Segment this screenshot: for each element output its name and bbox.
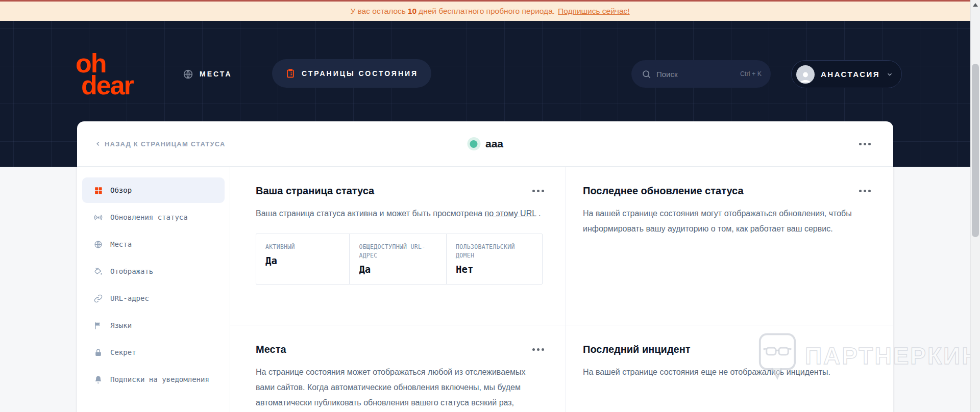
section-menu-button[interactable] bbox=[532, 348, 544, 351]
lock-icon bbox=[93, 348, 103, 357]
section-menu-button[interactable] bbox=[532, 190, 544, 192]
status-stats-table: АКТИВНЫЙ Да ОБЩЕДОСТУПНЫЙ URL-АДРЕС Да П… bbox=[256, 234, 543, 285]
search-icon bbox=[642, 69, 651, 79]
back-to-status-pages-link[interactable]: НАЗАД К СТРАНИЦАМ СТАТУСА bbox=[94, 140, 226, 148]
sidebar-item-label: Языки bbox=[110, 321, 132, 329]
sidebar-item-label: Обзор bbox=[110, 186, 132, 194]
chevron-down-icon bbox=[886, 71, 893, 78]
stat-label: АКТИВНЫЙ bbox=[265, 243, 340, 251]
sidebar-item-overview[interactable]: Обзор bbox=[82, 177, 225, 203]
sidebar-item-label: Секрет bbox=[110, 348, 136, 356]
logo-line-2: dear bbox=[76, 74, 133, 96]
bell-icon bbox=[93, 375, 103, 384]
sidebar-item-label: Обновления статуса bbox=[110, 213, 188, 221]
card-menu-button[interactable] bbox=[859, 143, 871, 145]
overview-content: Ваша страница статуса Ваша страница стат… bbox=[230, 167, 893, 412]
sidebar-item-label: Подписки на уведомления bbox=[110, 375, 209, 383]
sidebar-item-display[interactable]: Отображать bbox=[82, 259, 225, 284]
section-body: На странице состояния может отображаться… bbox=[256, 365, 544, 410]
card-body: Обзор Обновления статуса Места bbox=[77, 167, 893, 412]
page-title: aaa bbox=[467, 137, 503, 150]
globe-icon bbox=[183, 69, 193, 80]
status-online-icon bbox=[467, 137, 480, 150]
stat-label: ПОЛЬЗОВАТЕЛЬСКИЙ ДОМЕН bbox=[456, 243, 533, 260]
stat-value: Нет bbox=[456, 264, 533, 275]
section-body: На вашей странице состояния могут отобра… bbox=[583, 206, 871, 237]
stat-public-url: ОБЩЕДОСТУПНЫЙ URL-АДРЕС Да bbox=[349, 234, 446, 284]
section-title: Последний инцидент bbox=[583, 344, 691, 355]
stat-custom-domain: ПОЛЬЗОВАТЕЛЬСКИЙ ДОМЕН Нет bbox=[446, 234, 542, 284]
link-icon bbox=[93, 294, 103, 303]
paint-icon bbox=[93, 267, 103, 276]
trial-days: 10 bbox=[408, 7, 416, 16]
broadcast-icon bbox=[93, 213, 103, 222]
your-status-page-section: Ваша страница статуса Ваша страница стат… bbox=[230, 167, 566, 325]
search-box[interactable]: Ctrl + K bbox=[631, 60, 771, 88]
page-title-text: aaa bbox=[485, 138, 503, 150]
chevron-left-icon bbox=[94, 140, 102, 147]
search-input[interactable] bbox=[656, 70, 728, 79]
sidebar: Обзор Обновления статуса Места bbox=[77, 167, 230, 412]
stat-value: Да bbox=[359, 264, 437, 275]
ohdear-logo[interactable]: oh dear bbox=[76, 53, 133, 96]
search-shortcut: Ctrl + K bbox=[740, 70, 762, 78]
sidebar-item-languages[interactable]: Языки bbox=[82, 313, 225, 338]
sidebar-item-notification-subscriptions[interactable]: Подписки на уведомления bbox=[82, 367, 225, 392]
avatar bbox=[796, 65, 815, 84]
grid-icon bbox=[93, 186, 103, 195]
scrollbar-thumb[interactable] bbox=[972, 64, 979, 237]
sidebar-item-secret[interactable]: Секрет bbox=[82, 340, 225, 365]
last-incident-section: Последний инцидент На вашей странице сос… bbox=[566, 325, 893, 412]
section-title: Последнее обновление статуса bbox=[583, 185, 744, 197]
section-body: На вашей странице состояния еще не отобр… bbox=[583, 365, 871, 380]
trial-text: У вас осталось bbox=[350, 7, 405, 16]
section-title: Ваша страница статуса bbox=[256, 185, 374, 197]
nav-status-pages[interactable]: СТРАНИЦЫ СОСТОЯНИЯ bbox=[272, 59, 431, 88]
vertical-scrollbar[interactable] bbox=[970, 0, 980, 412]
section-title: Места bbox=[256, 344, 286, 355]
scroll-up-arrow[interactable] bbox=[973, 3, 978, 7]
last-status-update-section: Последнее обновление статуса На вашей ст… bbox=[566, 167, 893, 325]
nav-sites[interactable]: МЕСТА bbox=[183, 60, 232, 88]
card-header: НАЗАД К СТРАНИЦАМ СТАТУСА aaa bbox=[77, 121, 893, 167]
section-body: Ваша страница статуса активна и может бы… bbox=[256, 206, 544, 221]
stat-value: Да bbox=[265, 255, 340, 266]
subscribe-link[interactable]: Подпишись сейчас! bbox=[558, 7, 630, 16]
stat-active: АКТИВНЫЙ Да bbox=[256, 234, 349, 284]
sites-section: Места На странице состояния может отобра… bbox=[230, 325, 566, 412]
section-menu-button[interactable] bbox=[859, 190, 871, 192]
user-menu[interactable]: АНАСТАСИЯ bbox=[791, 60, 902, 88]
flag-icon bbox=[93, 321, 103, 330]
sidebar-item-label: URL-адрес bbox=[110, 294, 149, 302]
trial-banner: У вас осталось 10 дней бесплатного пробн… bbox=[0, 0, 980, 21]
globe-icon bbox=[93, 240, 103, 249]
nav-status-pages-label: СТРАНИЦЫ СОСТОЯНИЯ bbox=[302, 69, 418, 78]
stat-label: ОБЩЕДОСТУПНЫЙ URL-АДРЕС bbox=[359, 243, 437, 260]
status-page-url-link[interactable]: по этому URL bbox=[485, 209, 536, 218]
sidebar-item-sites[interactable]: Места bbox=[82, 231, 225, 257]
sidebar-item-label: Отображать bbox=[110, 267, 153, 275]
sidebar-item-url[interactable]: URL-адрес bbox=[82, 286, 225, 311]
sidebar-item-label: Места bbox=[110, 240, 132, 248]
clipboard-icon bbox=[285, 68, 296, 79]
nav-sites-label: МЕСТА bbox=[200, 70, 232, 78]
status-page-card: НАЗАД К СТРАНИЦАМ СТАТУСА aaa Обзор bbox=[77, 121, 893, 412]
back-link-label: НАЗАД К СТРАНИЦАМ СТАТУСА bbox=[105, 140, 226, 148]
sidebar-item-status-updates[interactable]: Обновления статуса bbox=[82, 204, 225, 230]
trial-text-2: дней бесплатного пробного периода. bbox=[419, 7, 555, 16]
user-name: АНАСТАСИЯ bbox=[821, 70, 880, 79]
